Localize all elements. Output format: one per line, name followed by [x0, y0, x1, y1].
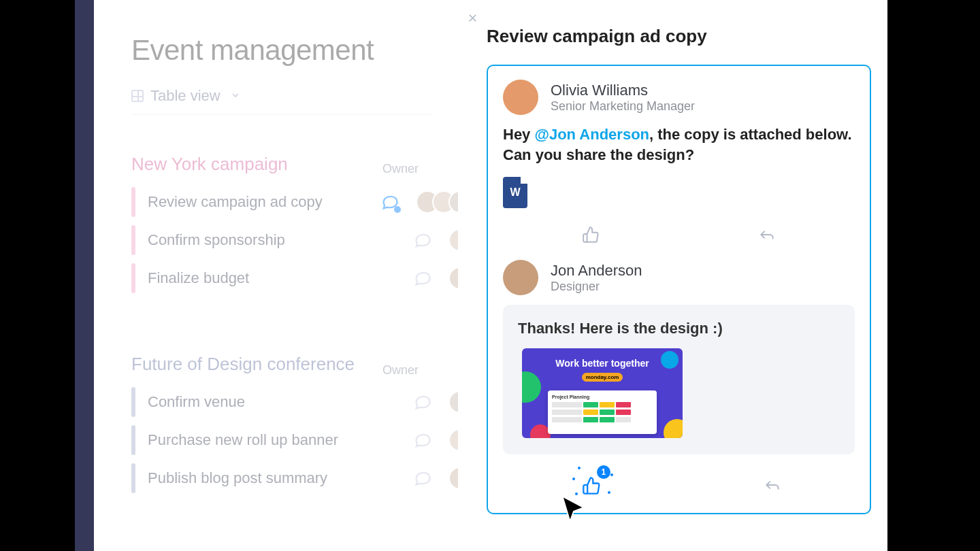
close-icon[interactable]: ✕: [468, 11, 478, 26]
mention[interactable]: @Jon Anderson: [534, 126, 649, 143]
view-switch-label: Table view: [150, 87, 220, 105]
table-icon: [131, 90, 144, 102]
author-role: Designer: [551, 280, 642, 294]
reply-button[interactable]: [764, 464, 781, 505]
page-title: Event management: [131, 34, 374, 67]
reply-text: Thanks! Here is the design :): [518, 320, 840, 337]
group-title[interactable]: New York campaign: [131, 154, 472, 175]
reply: Jon Anderson Designer Thanks! Here is th…: [503, 260, 855, 505]
chat-icon[interactable]: [413, 269, 432, 288]
word-attachment-icon[interactable]: W: [503, 177, 527, 208]
thumb-pill: monday.com: [582, 373, 623, 382]
unread-dot-icon: [394, 206, 401, 213]
item-detail-panel: ✕ Review campaign ad copy Olivia William…: [458, 0, 887, 551]
task-name: Finalize budget: [148, 269, 413, 287]
chat-icon[interactable]: [380, 193, 399, 212]
decorative-circle: [522, 371, 541, 403]
reply-body: Thanks! Here is the design :) Work bette…: [503, 305, 855, 454]
group-title[interactable]: Future of Design conference: [131, 354, 472, 375]
decorative-circle: [664, 419, 683, 438]
board-panel: Event management Table view Owner New Yo…: [94, 0, 458, 551]
decorative-circle: [661, 351, 679, 369]
cursor-icon: [559, 494, 589, 527]
thumb-headline: Work better together: [555, 358, 649, 369]
app-sidebar: [75, 0, 94, 551]
task-row[interactable]: Finalize budget: [131, 259, 472, 297]
update-post-card[interactable]: Olivia Williams Senior Marketing Manager…: [487, 65, 871, 514]
detail-title: Review campaign ad copy: [487, 26, 871, 47]
post-actions: [503, 222, 855, 248]
chat-icon[interactable]: [413, 231, 432, 250]
task-row[interactable]: Publish blog post summary: [131, 459, 472, 497]
task-name: Confirm sponsorship: [148, 231, 413, 249]
task-name: Publish blog post summary: [148, 469, 413, 487]
chat-icon[interactable]: [413, 393, 432, 412]
avatar: [503, 80, 538, 115]
author-role: Senior Marketing Manager: [551, 99, 695, 114]
reply-button[interactable]: [758, 226, 776, 246]
group-future-of-design: Future of Design conference Confirm venu…: [131, 354, 472, 497]
thumb-mini-board: Project Planning: [548, 390, 657, 434]
reply-author: Jon Anderson Designer: [503, 260, 855, 295]
thumb-mini-title: Project Planning: [552, 395, 653, 399]
group-color-bar: [131, 425, 135, 455]
post-text: Hey @Jon Anderson, the copy is attached …: [503, 124, 855, 165]
view-switch[interactable]: Table view: [131, 87, 431, 115]
like-count-badge: 1: [597, 465, 610, 479]
design-thumbnail[interactable]: Work better together monday.com Project …: [522, 348, 683, 438]
group-color-bar: [131, 463, 135, 493]
task-row[interactable]: Confirm venue: [131, 383, 472, 421]
post-author: Olivia Williams Senior Marketing Manager: [503, 80, 855, 115]
like-button[interactable]: [582, 226, 600, 246]
task-row[interactable]: Purchase new roll up banner: [131, 421, 472, 459]
task-name: Purchase new roll up banner: [148, 431, 413, 449]
group-new-york-campaign: New York campaign Review campaign ad cop…: [131, 154, 472, 297]
group-color-bar: [131, 387, 135, 417]
group-color-bar: [131, 225, 135, 255]
task-name: Review campaign ad copy: [148, 193, 380, 211]
author-name: Jon Anderson: [551, 262, 642, 280]
task-row[interactable]: Confirm sponsorship: [131, 221, 472, 259]
author-name: Olivia Williams: [551, 82, 695, 99]
chat-icon[interactable]: [413, 469, 432, 488]
chevron-down-icon: [230, 87, 241, 105]
chat-icon[interactable]: [413, 431, 432, 450]
reply-actions: 1: [503, 464, 855, 505]
task-row[interactable]: Review campaign ad copy: [131, 183, 472, 221]
task-name: Confirm venue: [148, 393, 413, 411]
app-stage: Event management Table view Owner New Yo…: [0, 0, 980, 551]
group-color-bar: [131, 187, 135, 217]
group-color-bar: [131, 263, 135, 293]
avatar: [503, 260, 538, 295]
